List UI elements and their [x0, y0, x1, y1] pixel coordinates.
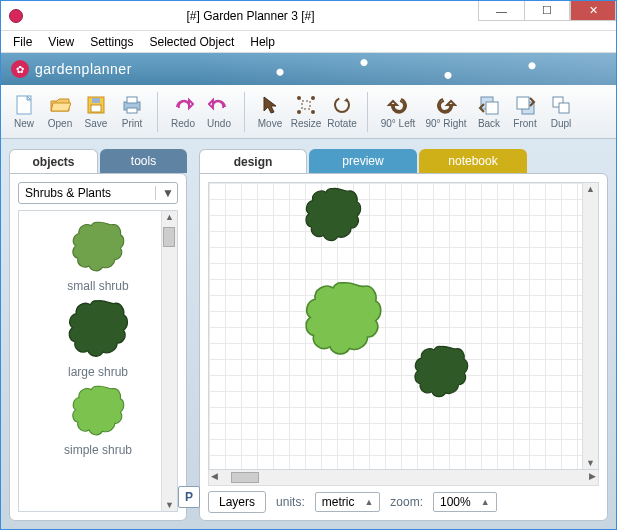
- svg-rect-16: [517, 97, 529, 109]
- units-label: units:: [276, 495, 305, 509]
- toolbar-separator: [157, 92, 158, 132]
- status-row: P Layers units: metric ▲ zoom: 100% ▲: [208, 486, 599, 512]
- duplicate-button[interactable]: Dupl: [544, 88, 578, 136]
- resize-button[interactable]: Resize: [289, 88, 323, 136]
- menu-settings[interactable]: Settings: [84, 33, 139, 51]
- maximize-button[interactable]: ☐: [524, 1, 570, 21]
- chevron-down-icon: ▼: [155, 186, 171, 200]
- shrub-icon: [66, 297, 130, 361]
- objects-panel: Shrubs & Plants ▼ small shrub large shru…: [9, 173, 187, 521]
- app-icon: [9, 9, 23, 23]
- menubar: File View Settings Selected Object Help: [1, 31, 616, 53]
- svg-rect-3: [92, 98, 100, 103]
- tab-preview[interactable]: preview: [309, 149, 417, 173]
- svg-rect-18: [559, 103, 569, 113]
- menu-view[interactable]: View: [42, 33, 80, 51]
- canvas-container: P Layers units: metric ▲ zoom: 100% ▲: [199, 173, 608, 521]
- shrub-icon: [70, 219, 126, 275]
- menu-selected-object[interactable]: Selected Object: [144, 33, 241, 51]
- toolbar-separator: [244, 92, 245, 132]
- brand-text: gardenplanner: [35, 61, 132, 77]
- rotate-icon: [331, 94, 353, 116]
- rotate-left-button[interactable]: 90° Left: [376, 88, 420, 136]
- print-icon: [121, 94, 143, 116]
- svg-rect-7: [302, 101, 310, 109]
- undo-button[interactable]: Undo: [202, 88, 236, 136]
- placed-shrub[interactable]: [299, 278, 387, 360]
- spinner-icon: ▲: [481, 499, 490, 505]
- folder-open-icon: [49, 94, 71, 116]
- toolbar: New Open Save Print Redo Undo Move Resiz…: [1, 85, 616, 139]
- svg-rect-2: [91, 105, 101, 112]
- menu-help[interactable]: Help: [244, 33, 281, 51]
- svg-point-10: [297, 110, 301, 114]
- mainpanel: design preview notebook P Layers units:: [199, 149, 608, 521]
- canvas-vscrollbar[interactable]: [582, 183, 598, 469]
- svg-point-11: [311, 110, 315, 114]
- placed-shrub[interactable]: [299, 185, 367, 245]
- tab-objects[interactable]: objects: [9, 149, 98, 173]
- window-title: [#] Garden Planner 3 [#]: [23, 9, 478, 23]
- save-button[interactable]: Save: [79, 88, 113, 136]
- placed-shrub[interactable]: [409, 343, 473, 401]
- close-button[interactable]: ✕: [570, 1, 616, 21]
- shrub-icon: [70, 383, 126, 439]
- svg-rect-5: [127, 97, 137, 103]
- spinner-icon: ▲: [364, 499, 373, 505]
- tab-tools[interactable]: tools: [100, 149, 187, 173]
- titlebar: [#] Garden Planner 3 [#] — ☐ ✕: [1, 1, 616, 31]
- print-button[interactable]: Print: [115, 88, 149, 136]
- list-item-label: large shrub: [68, 365, 128, 379]
- units-select[interactable]: metric ▲: [315, 492, 381, 512]
- side-tabs: objects tools: [9, 149, 187, 173]
- brand-icon: ✿: [11, 60, 29, 78]
- zoom-value: 100%: [440, 495, 471, 509]
- svg-point-8: [297, 96, 301, 100]
- canvas-hscrollbar[interactable]: [208, 470, 599, 486]
- new-button[interactable]: New: [7, 88, 41, 136]
- save-icon: [85, 94, 107, 116]
- p-button[interactable]: P: [178, 486, 200, 508]
- list-item[interactable]: large shrub: [66, 297, 130, 379]
- undo-icon: [208, 94, 230, 116]
- category-select[interactable]: Shrubs & Plants ▼: [18, 182, 178, 204]
- send-back-icon: [478, 94, 500, 116]
- category-value: Shrubs & Plants: [25, 186, 111, 200]
- sidepanel: objects tools Shrubs & Plants ▼ small sh…: [9, 149, 187, 521]
- open-button[interactable]: Open: [43, 88, 77, 136]
- tab-design[interactable]: design: [199, 149, 307, 173]
- move-cursor-icon: [259, 94, 281, 116]
- toolbar-separator: [367, 92, 368, 132]
- minimize-button[interactable]: —: [478, 1, 524, 21]
- resize-icon: [295, 94, 317, 116]
- bring-front-button[interactable]: Front: [508, 88, 542, 136]
- object-list-scrollbar[interactable]: [161, 211, 177, 511]
- redo-icon: [172, 94, 194, 116]
- zoom-select[interactable]: 100% ▲: [433, 492, 497, 512]
- body: objects tools Shrubs & Plants ▼ small sh…: [1, 139, 616, 529]
- rotate-right-icon: [435, 94, 457, 116]
- menu-file[interactable]: File: [7, 33, 38, 51]
- send-back-button[interactable]: Back: [472, 88, 506, 136]
- window-controls: — ☐ ✕: [478, 1, 616, 30]
- list-item[interactable]: small shrub: [67, 219, 128, 293]
- tab-notebook[interactable]: notebook: [419, 149, 527, 173]
- rotate-button[interactable]: Rotate: [325, 88, 359, 136]
- list-item[interactable]: simple shrub: [64, 383, 132, 457]
- redo-button[interactable]: Redo: [166, 88, 200, 136]
- duplicate-icon: [550, 94, 572, 116]
- rotate-right-button[interactable]: 90° Right: [422, 88, 470, 136]
- move-button[interactable]: Move: [253, 88, 287, 136]
- list-item-label: small shrub: [67, 279, 128, 293]
- zoom-label: zoom:: [390, 495, 423, 509]
- design-canvas[interactable]: [208, 182, 599, 470]
- svg-rect-6: [127, 108, 137, 113]
- window: [#] Garden Planner 3 [#] — ☐ ✕ File View…: [0, 0, 617, 530]
- svg-rect-14: [486, 102, 498, 114]
- rotate-left-icon: [387, 94, 409, 116]
- object-list: small shrub large shrub simple shrub: [18, 210, 178, 512]
- layers-button[interactable]: Layers: [208, 491, 266, 513]
- new-file-icon: [13, 94, 35, 116]
- svg-point-9: [311, 96, 315, 100]
- units-value: metric: [322, 495, 355, 509]
